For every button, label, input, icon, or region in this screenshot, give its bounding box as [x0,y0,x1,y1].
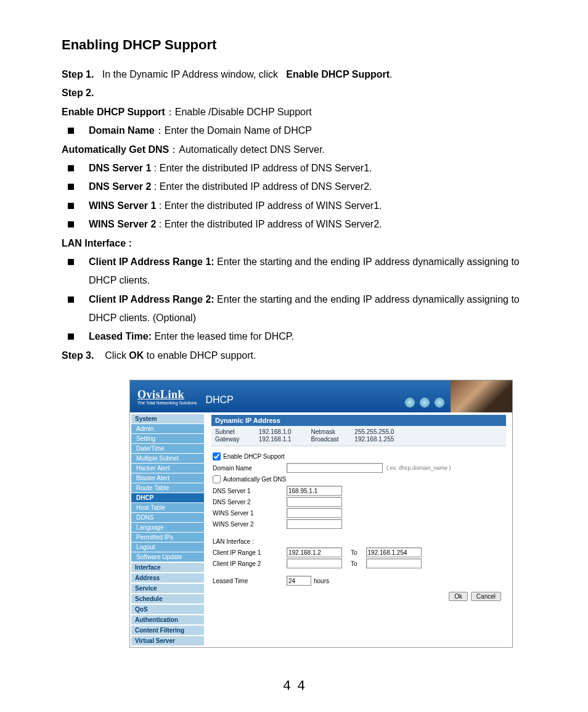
app-header: OvisLink The Total Networking Solutions … [130,380,512,412]
step1-text-a: In the Dynamic IP Address window, click [102,69,281,80]
sidebar-item[interactable]: DDNS [131,513,204,522]
sidebar-item[interactable]: Blaster Alert [131,473,204,483]
broadcast-value: 192.168.1.255 [354,436,394,443]
range2-to-input[interactable] [366,559,422,568]
item-text: : Enter the distributed IP address of DN… [151,181,372,192]
step3-a: Click [105,350,129,361]
sidebar-section[interactable]: Interface [131,562,204,572]
sidebar-item[interactable]: Route Table [131,483,204,493]
item-bold: Client IP Address Range 1: [89,256,214,267]
item-bold: WINS Server 2 [89,219,156,229]
netmask-key: Netmask [311,428,353,435]
wins2-label: WINS Server 2 [213,521,287,528]
globe-icon [405,398,415,407]
item-bold: Leased Time: [89,331,152,342]
leased-time-input[interactable] [287,576,311,586]
sidebar-section[interactable]: Service [131,583,204,593]
enable-dhcp-checkbox[interactable] [213,452,221,460]
document-body: Step 1. In the Dynamic IP Address window… [62,65,533,365]
step3-c: to enable DHCP support. [144,350,256,361]
sidebar-item[interactable]: Permitted IPs [131,533,204,542]
auto-dns-checkbox[interactable] [213,475,221,483]
item-text: Enter the leased time for DHCP. [152,331,294,342]
step2-label: Step 2. [62,88,94,98]
range1-label: Client IP Range 1 [213,549,287,556]
domain-name-label: Domain Name [213,465,287,472]
enable-dhcp-label: Enable DHCP Support [223,453,285,460]
list-item: Client IP Address Range 2: Enter the sta… [62,290,533,328]
sidebar-item[interactable]: Host Table [131,503,204,512]
step1-text-c: . [390,69,392,80]
item-text: : Enter the distributed IP address of WI… [156,219,382,229]
step3-label: Step 3. [62,350,94,361]
dns1-label: DNS Server 1 [213,488,287,494]
sidebar-item[interactable]: Admin [131,424,204,433]
list-item: Client IP Address Range 1: Enter the sta… [62,253,533,290]
item-bold: Domain Name [89,125,155,136]
dns1-input[interactable] [287,486,342,496]
autodns-bold: Automatically Get DNS [62,144,169,155]
dns2-label: DNS Server 2 [213,499,287,505]
step3-b: OK [129,350,144,361]
enable-line-bold: Enable DHCP Support [62,107,165,117]
subnet-key: Subnet [215,428,257,435]
enable-line-text: ：Enable /Disable DCHP Support [165,107,312,117]
autodns-text: ：Automatically detect DNS Server. [169,144,325,155]
gateway-value: 192.168.1.1 [259,436,309,443]
domain-name-input[interactable] [287,463,383,473]
sidebar-item[interactable]: Multiple Subnet [131,454,204,463]
dhcp-screenshot: OvisLink The Total Networking Solutions … [129,380,513,648]
item-bold: DNS Server 2 [89,181,151,192]
sidebar-item[interactable]: DHCP [131,493,204,502]
range1-from-input[interactable] [287,547,342,557]
brand-name: OvisLink [137,388,184,401]
globe-icon [420,398,430,407]
sidebar-section[interactable]: Authentication [131,615,204,624]
broadcast-key: Broadcast [311,436,353,443]
auto-dns-label: Automatically Get DNS [223,476,286,483]
logo: OvisLink The Total Networking Solutions [130,388,197,405]
info-grid: Subnet 192.168.1.0 Netmask 255.255.255.0… [211,426,506,446]
sidebar-section[interactable]: Schedule [131,594,204,604]
domain-name-hint: ( ex: dhcp.domain_name ) [386,465,451,471]
step1-text-bold: Enable DHCP Support [286,69,390,80]
sidebar-item[interactable]: Language [131,523,204,532]
list-item: DNS Server 1 : Enter the distributed IP … [62,159,533,178]
lan-label: LAN Interface : [62,238,132,248]
sidebar-item[interactable]: Software Update [131,552,204,562]
list-item: DNS Server 2 : Enter the distributed IP … [62,178,533,196]
range1-to-input[interactable] [366,547,422,557]
cancel-button[interactable]: Cancel [471,592,501,601]
range2-label: Client IP Range 2 [213,560,287,567]
sidebar-section[interactable]: System [131,414,204,424]
sidebar-section[interactable]: Content Filtering [131,625,204,635]
sidebar-item[interactable]: Logout [131,542,204,552]
sidebar-section[interactable]: Address [131,573,204,583]
item-bold: DNS Server 1 [89,163,151,173]
wins1-label: WINS Server 1 [213,510,287,517]
sidebar-item[interactable]: Date/Time [131,444,204,453]
form-area: Enable DHCP Support Domain Name ( ex: dh… [211,446,506,607]
dns2-input[interactable] [287,497,342,507]
list-item: Domain Name：Enter the Domain Name of DHC… [62,121,533,140]
range2-to-label: To [351,560,357,567]
bullet-list-3: Client IP Address Range 1: Enter the sta… [62,253,533,346]
header-photo [451,380,512,412]
bullet-list-2: DNS Server 1 : Enter the distributed IP … [62,159,533,234]
sidebar-item[interactable]: Hacker Alert [131,464,204,473]
sidebar-item[interactable]: Setting [131,434,204,443]
page-title: Enabling DHCP Support [62,37,533,53]
list-item: WINS Server 1 : Enter the distributed IP… [62,197,533,215]
range2-from-input[interactable] [287,559,342,568]
wins2-input[interactable] [287,519,342,529]
brand-tagline: The Total Networking Solutions [137,401,197,405]
header-page-title: DHCP [205,395,233,406]
subnet-value: 192.168.1.0 [259,428,309,435]
sidebar-section[interactable]: QoS [131,604,204,614]
lan-interface-label: LAN Interface : [213,538,254,545]
ok-button[interactable]: Ok [449,592,468,601]
sidebar-section[interactable]: Virtual Server [131,636,204,645]
page-number: 44 [62,679,533,694]
wins1-input[interactable] [287,508,342,518]
header-globe-icons [405,398,444,407]
